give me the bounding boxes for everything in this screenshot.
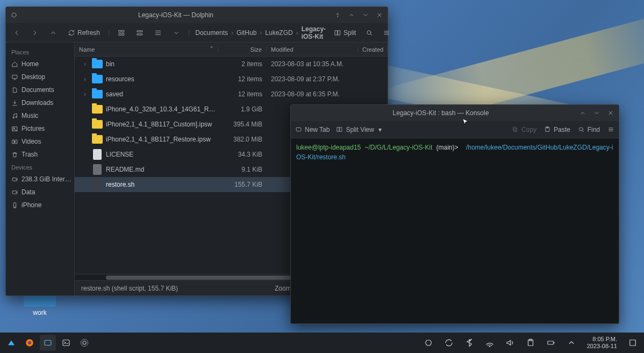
crumb-documents[interactable]: Documents <box>195 29 228 37</box>
tray-app-icon[interactable] <box>420 335 437 351</box>
sidebar-item-label: Pictures <box>22 125 45 132</box>
crumb-github[interactable]: GitHub <box>237 29 256 37</box>
clipboard-icon[interactable] <box>523 335 539 351</box>
sidebar-item-238-3-gib-inter-[interactable]: 238.3 GiB Inter… <box>6 173 74 186</box>
svg-point-0 <box>12 13 16 17</box>
hamburger-menu-icon[interactable] <box>380 27 393 38</box>
firefox-icon[interactable] <box>22 335 38 351</box>
sidebar-item-data[interactable]: Data <box>6 186 74 199</box>
forward-button[interactable] <box>28 27 41 38</box>
sidebar-places-header: Places <box>6 46 74 58</box>
konsole-taskbar-icon[interactable] <box>58 335 74 351</box>
svg-rect-34 <box>63 340 69 346</box>
dolphin-toolbar: Refresh | | Documents › GitHub › LukeZGD… <box>6 23 388 43</box>
file-name: restore.sh <box>106 181 218 188</box>
split-button[interactable]: Split <box>331 27 359 38</box>
sidebar-item-trash[interactable]: Trash <box>6 148 74 161</box>
sidebar-item-documents[interactable]: Documents <box>6 83 74 96</box>
svg-rect-11 <box>12 75 17 78</box>
sidebar-item-videos[interactable]: Videos <box>6 135 74 148</box>
view-details-button[interactable] <box>152 27 164 38</box>
new-tab-button[interactable]: New Tab <box>295 126 330 133</box>
terminal-output[interactable]: lukee@lptp-ideapad15 ~/D/G/L/Legacy-iOS-… <box>291 138 619 323</box>
column-size[interactable]: Size <box>218 46 267 53</box>
column-modified[interactable]: Modified <box>267 46 358 53</box>
file-size: 1.9 GiB <box>218 105 267 113</box>
tray-chevron-up-icon[interactable] <box>563 335 579 351</box>
sidebar-item-downloads[interactable]: Downloads <box>6 96 74 109</box>
file-size: 2 items <box>218 60 267 68</box>
up-button[interactable] <box>47 27 60 38</box>
archive-icon <box>92 135 103 144</box>
dolphin-taskbar-icon[interactable] <box>40 335 56 351</box>
help-icon[interactable] <box>333 10 342 20</box>
sidebar-item-home[interactable]: Home <box>6 58 74 70</box>
sidebar-item-desktop[interactable]: Desktop <box>6 70 74 83</box>
konsole-titlebar[interactable]: Legacy-iOS-Kit : bash — Konsole <box>291 105 619 121</box>
expand-chevron-icon[interactable]: › <box>81 90 89 98</box>
file-row[interactable]: ›resources12 items2023-08-09 at 2:37 P.M… <box>75 72 388 87</box>
refresh-button[interactable]: Refresh <box>65 27 103 38</box>
chevron-down-icon: ▾ <box>378 126 382 133</box>
minimize-icon[interactable] <box>578 108 588 118</box>
bluetooth-icon[interactable] <box>461 335 477 351</box>
prompt-path: ~/D/G/L/Legacy-iOS-Kit <box>365 144 433 151</box>
sidebar-item-label: Downloads <box>22 99 53 107</box>
view-dropdown-icon[interactable] <box>170 27 183 38</box>
sidebar-item-iphone[interactable]: iPhone <box>6 199 74 211</box>
drive-icon <box>11 189 18 196</box>
app-menu-icon[interactable] <box>9 10 19 20</box>
obs-icon[interactable] <box>76 335 92 351</box>
svg-rect-5 <box>122 33 124 35</box>
minimize-icon[interactable] <box>347 10 356 20</box>
sidebar-item-music[interactable]: Music <box>6 109 74 122</box>
battery-icon[interactable] <box>543 335 559 351</box>
file-name: iPhone_4.0_32bit_10.3.4_14G61_Restore.ip… <box>106 105 218 113</box>
volume-icon[interactable] <box>502 335 518 351</box>
crumb-lukezgd[interactable]: LukeZGD <box>265 29 292 37</box>
expand-chevron-icon[interactable]: › <box>81 75 89 83</box>
scrollbar-thumb[interactable] <box>106 276 309 280</box>
close-icon[interactable] <box>375 10 384 20</box>
file-row[interactable]: ›saved12 items2023-08-09 at 6:35 P.M. <box>75 87 388 102</box>
maximize-icon[interactable] <box>361 10 370 20</box>
maximize-icon[interactable] <box>592 108 602 118</box>
find-button[interactable]: Find <box>578 126 600 133</box>
copy-button[interactable]: Copy <box>512 126 536 133</box>
split-view-button[interactable]: Split View▾ <box>336 126 381 133</box>
sidebar-item-label: Desktop <box>22 73 45 81</box>
dolphin-titlebar[interactable]: Legacy-iOS-Kit — Dolphin <box>6 7 388 23</box>
network-icon[interactable] <box>482 335 498 351</box>
home-icon <box>11 61 18 68</box>
sidebar-item-label: Music <box>22 112 38 119</box>
view-compact-button[interactable] <box>133 27 146 38</box>
paste-button[interactable]: Paste <box>544 126 570 133</box>
file-name: resources <box>106 75 218 83</box>
back-button[interactable] <box>10 27 23 38</box>
file-name: iPhone2,1_4.1_8B117_Custom].ipsw <box>106 121 218 128</box>
search-icon[interactable] <box>363 27 376 38</box>
tray-sync-icon[interactable] <box>441 335 457 351</box>
desktop-folder-label: work <box>20 309 59 316</box>
app-launcher-icon[interactable] <box>3 335 19 351</box>
chevron-right-icon: › <box>231 29 233 37</box>
file-row[interactable]: ›bin2 items2023-08-03 at 10:35 A.M. <box>75 57 388 72</box>
file-modified: 2023-08-09 at 2:37 P.M. <box>267 75 358 83</box>
column-name[interactable]: Name˄ <box>75 46 218 53</box>
file-size: 34.3 KiB <box>218 151 267 158</box>
file-modified: 2023-08-03 at 10:35 A.M. <box>267 60 358 68</box>
file-name: README.md <box>106 166 218 173</box>
column-created[interactable]: Created <box>358 46 388 53</box>
sidebar-item-label: Home <box>22 60 39 68</box>
hamburger-menu-icon[interactable] <box>607 126 614 133</box>
chevron-right-icon: › <box>260 29 262 37</box>
file-size: 9.1 KiB <box>218 166 267 173</box>
expand-chevron-icon[interactable]: › <box>81 60 89 68</box>
close-icon[interactable] <box>606 108 616 118</box>
crumb-legacy-ios-kit[interactable]: Legacy-iOS-Kit <box>302 25 326 40</box>
taskbar-clock[interactable]: 8:05 P.M. 2023-08-11 <box>584 336 620 350</box>
view-icons-button[interactable] <box>115 27 128 38</box>
sidebar-item-pictures[interactable]: Pictures <box>6 122 74 135</box>
svg-rect-23 <box>296 128 301 131</box>
show-desktop-icon[interactable] <box>625 335 641 351</box>
